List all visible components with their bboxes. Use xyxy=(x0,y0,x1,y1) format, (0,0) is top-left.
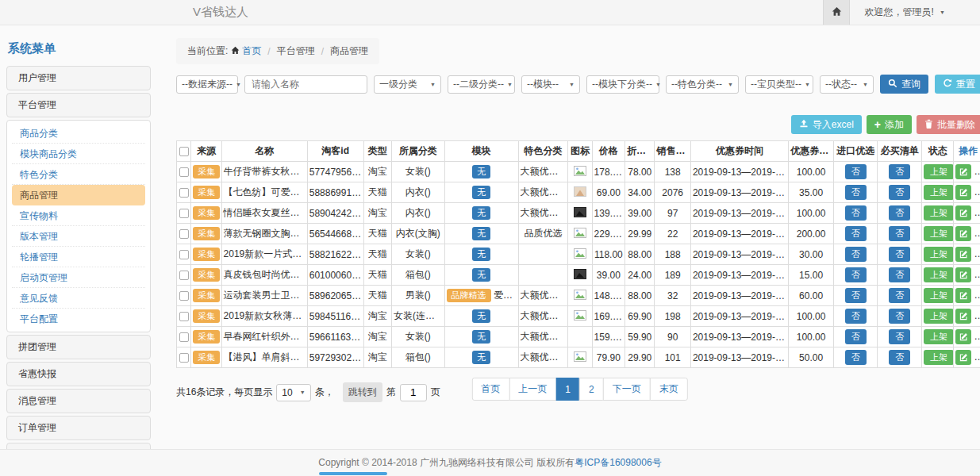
status-toggle[interactable]: 上架 xyxy=(924,226,954,241)
row-checkbox[interactable] xyxy=(179,271,189,280)
type-cell: 淘宝 xyxy=(363,306,391,327)
row-checkbox[interactable] xyxy=(179,312,189,321)
page-button-首页[interactable]: 首页 xyxy=(471,378,509,401)
module-select[interactable]: --模块--▼ xyxy=(521,75,580,94)
row-checkbox[interactable] xyxy=(179,353,189,363)
page-button-上一页[interactable]: 上一页 xyxy=(509,378,556,401)
jump-page-input[interactable] xyxy=(400,384,427,401)
import-choice-toggle[interactable]: 否 xyxy=(845,288,867,303)
import-choice-toggle[interactable]: 否 xyxy=(845,350,867,365)
sidebar-bottom-item-1[interactable]: 省惠快报 xyxy=(6,362,151,386)
row-checkbox[interactable] xyxy=(179,209,189,218)
status-toggle[interactable]: 上架 xyxy=(924,309,954,324)
horizontal-scrollbar-thumb[interactable] xyxy=(319,472,387,475)
must-buy-toggle[interactable]: 否 xyxy=(889,226,910,241)
item-type-select[interactable]: --宝贝类型--▼ xyxy=(745,75,813,94)
row-checkbox[interactable] xyxy=(179,332,189,342)
status-toggle[interactable]: 上架 xyxy=(924,329,954,344)
search-button[interactable]: 查询 xyxy=(880,75,928,94)
page-button-下一页[interactable]: 下一页 xyxy=(603,378,651,401)
must-buy-toggle[interactable]: 否 xyxy=(889,185,910,200)
status-select[interactable]: --状态--▼ xyxy=(820,75,874,94)
jump-button[interactable]: 跳转到 xyxy=(343,382,382,402)
must-buy-toggle[interactable]: 否 xyxy=(889,288,910,303)
batch-delete-button[interactable]: 批量删除 xyxy=(917,115,980,134)
must-buy-toggle[interactable]: 否 xyxy=(889,247,910,262)
special-category-select[interactable]: --特色分类--▼ xyxy=(666,75,739,94)
sidebar-subitem-5[interactable]: 版本管理 xyxy=(12,226,145,247)
level2-category-select[interactable]: --二级分类--▼ xyxy=(448,75,515,94)
status-toggle[interactable]: 上架 xyxy=(924,185,954,200)
must-buy-toggle[interactable]: 否 xyxy=(889,309,910,324)
user-menu[interactable]: 欢迎您，管理员! ▼ xyxy=(850,6,980,19)
import-choice-toggle[interactable]: 否 xyxy=(845,267,867,282)
sidebar-subitem-6[interactable]: 轮播管理 xyxy=(12,247,145,267)
row-checkbox[interactable] xyxy=(179,188,189,198)
row-checkbox[interactable] xyxy=(179,167,189,177)
status-toggle[interactable]: 上架 xyxy=(924,288,954,303)
status-toggle[interactable]: 上架 xyxy=(924,247,954,262)
per-page-select[interactable]: 10 ▼ xyxy=(276,384,310,401)
must-buy-toggle[interactable]: 否 xyxy=(889,350,910,365)
source-badge: 采集 xyxy=(193,330,220,344)
sidebar-bottom-item-3[interactable]: 订单管理 xyxy=(6,416,151,440)
status-toggle[interactable]: 上架 xyxy=(924,267,954,282)
sidebar-item-0[interactable]: 用户管理 xyxy=(6,66,151,90)
sidebar-bottom-item-2[interactable]: 消息管理 xyxy=(6,389,151,413)
import-choice-toggle[interactable]: 否 xyxy=(845,329,867,344)
icp-link[interactable]: 粤ICP备16098006号 xyxy=(575,456,661,470)
select-all-checkbox[interactable] xyxy=(179,147,189,156)
breadcrumb-home-link[interactable]: 首页 xyxy=(231,44,261,58)
edit-button[interactable] xyxy=(955,185,971,200)
edit-button[interactable] xyxy=(955,164,971,179)
sidebar-bottom-item-0[interactable]: 拼团管理 xyxy=(6,335,151,359)
import-choice-toggle[interactable]: 否 xyxy=(845,185,867,200)
sidebar-subitem-7[interactable]: 启动页管理 xyxy=(12,267,145,288)
home-button[interactable] xyxy=(823,0,850,25)
sidebar-subitem-4[interactable]: 宣传物料 xyxy=(12,205,145,226)
import-choice-toggle[interactable]: 否 xyxy=(845,205,867,221)
sidebar-subitem-9[interactable]: 平台配置 xyxy=(12,309,145,329)
edit-button[interactable] xyxy=(955,350,971,365)
must-buy-toggle[interactable]: 否 xyxy=(889,329,910,344)
breadcrumb-item-platform[interactable]: 平台管理 xyxy=(277,44,315,58)
status-toggle[interactable]: 上架 xyxy=(924,205,954,221)
status-toggle[interactable]: 上架 xyxy=(924,164,954,179)
import-choice-toggle[interactable]: 否 xyxy=(845,309,867,324)
sidebar-item-1[interactable]: 平台管理 xyxy=(6,93,151,117)
sidebar-subitem-2[interactable]: 特色分类 xyxy=(12,164,145,185)
must-buy-toggle[interactable]: 否 xyxy=(889,205,910,221)
page-button-2[interactable]: 2 xyxy=(579,378,604,401)
reset-button[interactable]: 重置 xyxy=(935,75,980,94)
edit-button[interactable] xyxy=(955,247,971,262)
status-toggle[interactable]: 上架 xyxy=(924,350,954,365)
import-choice-toggle[interactable]: 否 xyxy=(845,164,867,179)
page-button-1[interactable]: 1 xyxy=(555,378,580,401)
row-checkbox[interactable] xyxy=(179,291,189,301)
module-subcategory-select[interactable]: --模块下分类--▼ xyxy=(586,75,659,94)
import-excel-button[interactable]: 导入excel xyxy=(791,115,862,134)
row-checkbox[interactable] xyxy=(179,250,189,259)
edit-button[interactable] xyxy=(955,226,971,241)
edit-button[interactable] xyxy=(955,205,971,221)
add-button[interactable]: + 添加 xyxy=(867,115,912,134)
import-choice-toggle[interactable]: 否 xyxy=(845,247,867,262)
coupon-amount-cell: 100.00 xyxy=(789,203,834,224)
must-buy-toggle[interactable]: 否 xyxy=(889,164,910,179)
edit-button[interactable] xyxy=(955,288,971,303)
edit-button[interactable] xyxy=(955,329,971,344)
edit-button[interactable] xyxy=(955,309,971,324)
page-button-末页[interactable]: 末页 xyxy=(650,378,688,401)
name-input[interactable] xyxy=(244,75,367,94)
sidebar-subitem-8[interactable]: 意见反馈 xyxy=(12,288,145,309)
row-checkbox[interactable] xyxy=(179,229,189,239)
level1-category-select[interactable]: 一级分类▼ xyxy=(374,75,441,94)
data-source-select[interactable]: --数据来源--▼ xyxy=(176,75,238,94)
import-choice-toggle[interactable]: 否 xyxy=(845,226,867,241)
breadcrumb-item-goods: 商品管理 xyxy=(330,44,368,58)
sidebar-subitem-0[interactable]: 商品分类 xyxy=(12,123,145,144)
must-buy-toggle[interactable]: 否 xyxy=(889,267,910,282)
edit-button[interactable] xyxy=(955,267,971,282)
sidebar-subitem-1[interactable]: 模块商品分类 xyxy=(12,144,145,164)
sidebar-subitem-3[interactable]: 商品管理 xyxy=(12,185,145,205)
